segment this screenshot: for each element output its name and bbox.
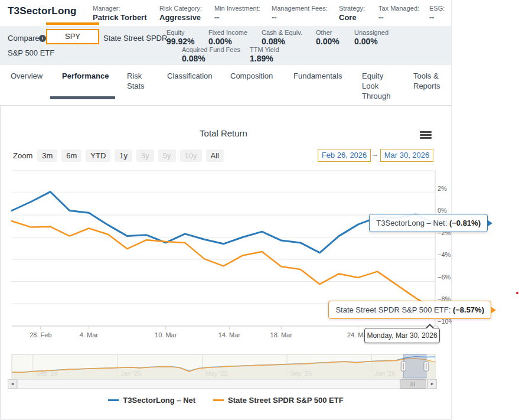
stat-label: Fixed Income [208, 29, 247, 36]
field-label: Manager: [93, 5, 147, 12]
legend-swatch [108, 399, 119, 401]
stat-label: Cash & Equiv. [262, 29, 302, 36]
stat-label: Equity [167, 29, 194, 36]
field-label: Management Fees: [272, 5, 328, 12]
orange-accent-bar [46, 22, 99, 25]
navigator-selected-range[interactable] [403, 354, 426, 378]
allocation-stat: Equity99.92% [167, 29, 194, 46]
legend-item[interactable]: T3SectorLong – Net [108, 396, 195, 405]
tooltip-arrow [487, 220, 492, 227]
field-label: Strategy: [339, 5, 365, 12]
zoom-label: Zoom [13, 151, 32, 160]
tooltip-notch [426, 325, 433, 329]
svg-text:18. Mar: 18. Mar [270, 331, 293, 338]
field-value: Patrick Torbert [93, 13, 147, 22]
chart-menu-icon[interactable] [420, 131, 432, 139]
stat-label: Unassigned [354, 29, 389, 36]
tooltip-series1-value: (−0.81%) [449, 219, 481, 227]
tab-composition[interactable]: Composition [230, 71, 281, 81]
info-icon[interactable]: i [39, 35, 46, 42]
fund-title: T3SectorLong [8, 5, 77, 17]
scrollbar-right-arrow-icon[interactable]: ► [427, 379, 437, 389]
scrollbar-thumb[interactable]: ||| [400, 379, 426, 389]
field-label: Min Investment: [214, 5, 260, 12]
compare-row: Compare i SPY State Street SPDR S&P 500 … [0, 26, 452, 66]
svg-text:4. Mar: 4. Mar [80, 331, 99, 338]
zoom-button-5y: 5y [158, 149, 176, 162]
tooltip-date-text: Monday, Mar 30, 2026 [367, 331, 437, 340]
navigator-handle-right[interactable] [424, 362, 429, 371]
tooltip-series2: State Street SPDR S&P 500 ETF: (−8.57%) [328, 301, 491, 319]
chart-title: Total Return [12, 128, 435, 138]
field-value: Aggressive [159, 13, 202, 22]
stat-label: TTM Yield [250, 46, 279, 53]
fund-analysis-page: T3SectorLong Manager:Patrick TorbertRisk… [0, 0, 519, 420]
date-from-input[interactable]: Feb 26, 2026 [318, 149, 371, 162]
compare-fund-name-line1: State Street SPDR [103, 34, 167, 43]
zoom-button-ytd[interactable]: YTD [86, 149, 110, 162]
tab-classification[interactable]: Classification [167, 71, 218, 81]
series-line-2 [12, 221, 435, 310]
zoom-button-3m[interactable]: 3m [37, 149, 57, 162]
svg-text:10. Mar: 10. Mar [155, 331, 177, 338]
zoom-button-6m[interactable]: 6m [61, 149, 81, 162]
field-value: Core [339, 13, 365, 22]
stat-value: 99.92% [167, 37, 194, 46]
header-field: Min Investment:-- [214, 5, 260, 22]
header-field: Strategy:Core [339, 5, 365, 22]
stat-value: 0.00% [354, 37, 389, 46]
navigator-handle-left[interactable] [401, 362, 406, 371]
tab-equity-look-through[interactable]: Equity Look Through [362, 71, 396, 101]
panel-bottom-border [0, 419, 452, 419]
tab-tools-reports[interactable]: Tools & Reports [413, 71, 448, 91]
stat-label: Acquired Fund Fees [182, 46, 240, 53]
date-to-input[interactable]: Mar 30, 2026 [380, 149, 433, 162]
tab-performance[interactable]: Performance [62, 71, 116, 81]
compare-ticker-input[interactable]: SPY [46, 29, 99, 44]
legend-label: T3SectorLong – Net [123, 396, 195, 405]
field-value: -- [272, 13, 328, 22]
legend-swatch [213, 399, 224, 401]
header-field: Manager:Patrick Torbert [93, 5, 147, 22]
tab-overview[interactable]: Overview [11, 71, 48, 81]
tooltip-date: Monday, Mar 30, 2026 [364, 328, 440, 343]
svg-text:0%: 0% [438, 207, 447, 214]
tab-risk-stats[interactable]: Risk Stats [127, 71, 155, 91]
tab-fundamentals[interactable]: Fundamentals [293, 71, 344, 81]
scrollbar-left-arrow-icon[interactable]: ◄ [8, 379, 17, 389]
compare-fund-name-line2: S&P 500 ETF [8, 48, 54, 57]
zoom-button-3y: 3y [136, 149, 154, 162]
field-value: -- [429, 13, 445, 22]
navigator-chart[interactable]: Sep '24Jan '25May '25Sep '25Jan '26 [0, 353, 452, 379]
range-arrow-icon: → [371, 150, 378, 158]
allocation-stat: TTM Yield1.89% [250, 46, 279, 63]
zoom-button-1y[interactable]: 1y [115, 149, 132, 162]
red-artifact-dot [516, 292, 518, 294]
zoom-controls: Zoom 3m6mYTD1y3y5y10yAll [13, 148, 228, 162]
stat-value: 1.89% [250, 54, 279, 63]
tooltip-series1: T3SectorLong – Net: (−0.81%) [369, 214, 488, 232]
allocation-stat: Fixed Income0.00% [208, 29, 247, 46]
allocation-stat: Other0.00% [316, 29, 340, 46]
tooltip-series1-label: T3SectorLong – Net: [376, 219, 449, 227]
svg-text:2%: 2% [438, 185, 447, 192]
stat-value: 0.08% [262, 37, 302, 46]
stat-value: 0.00% [208, 37, 247, 46]
stat-value: 0.08% [182, 54, 240, 63]
tooltip-series2-value: (−8.57%) [453, 305, 484, 314]
legend-item[interactable]: State Street SPDR S&P 500 ETF [213, 396, 344, 405]
stat-value: 0.00% [316, 37, 340, 46]
legend-label: State Street SPDR S&P 500 ETF [228, 396, 344, 405]
svg-text:28. Feb: 28. Feb [30, 331, 51, 338]
active-tab-underline [50, 96, 115, 99]
scrollbar-track[interactable] [17, 379, 427, 389]
allocation-stat: Unassigned0.00% [354, 29, 389, 46]
legend: T3SectorLong – NetState Street SPDR S&P … [0, 396, 452, 405]
header-field: ESG:-- [429, 5, 445, 22]
stat-label: Other [316, 29, 340, 36]
allocation-stat: Acquired Fund Fees0.08% [182, 46, 240, 63]
header-field: Risk Category:Aggressive [159, 5, 202, 22]
tooltip-series2-label: State Street SPDR S&P 500 ETF: [335, 305, 452, 314]
header-field: Management Fees:-- [272, 5, 328, 22]
zoom-button-all[interactable]: All [206, 149, 224, 162]
